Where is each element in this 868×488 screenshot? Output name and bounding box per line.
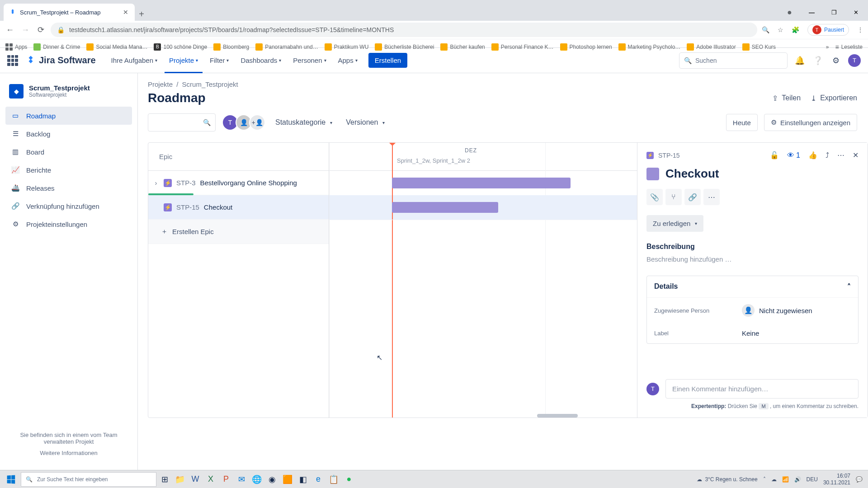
bookmark-item[interactable]: Photoshop lernen — [560, 43, 612, 51]
epic-bar[interactable] — [392, 178, 571, 188]
epic-bar[interactable] — [392, 202, 498, 213]
epic-row-selected[interactable]: ⚡ STP-15 Checkout — [148, 195, 329, 220]
tab-close-icon[interactable]: ✕ — [122, 8, 129, 17]
sidebar-more-info[interactable]: Weitere Informationen — [10, 450, 127, 456]
start-button[interactable] — [2, 470, 20, 488]
more-actions-button[interactable]: ⋯ — [703, 189, 720, 205]
app-icon[interactable]: 🟧 — [280, 472, 295, 487]
share-button[interactable]: ⇪Teilen — [772, 94, 801, 103]
volume-icon[interactable]: 🔊 — [794, 476, 801, 483]
nav-projects[interactable]: Projekte▾ — [165, 48, 203, 73]
bookmark-item[interactable]: Adobe Illustrator — [687, 43, 736, 51]
avatar-add[interactable]: +👤 — [249, 114, 265, 131]
attach-button[interactable]: 📎 — [646, 189, 663, 205]
notification-icon[interactable]: 💬 — [856, 476, 863, 483]
watchers[interactable]: 👁1 — [787, 151, 800, 160]
reading-list[interactable]: ≡Leseliste — [835, 43, 863, 51]
assignee-field[interactable]: Zugewiesene Person 👤Nicht zugewiesen — [647, 298, 858, 323]
powerpoint-icon[interactable]: P — [219, 472, 233, 487]
show-settings-button[interactable]: ⚙Einstellungen anzeigen — [764, 114, 857, 131]
expand-icon[interactable]: › — [153, 179, 159, 187]
bookmark-apps[interactable]: Apps — [5, 43, 27, 51]
window-close[interactable]: ✕ — [846, 5, 866, 19]
scrollbar-thumb[interactable] — [537, 414, 578, 418]
profile-pill[interactable]: T Pausiert — [807, 24, 849, 36]
issue-title[interactable]: Checkout — [665, 167, 719, 181]
help-icon[interactable]: ❔ — [812, 55, 824, 66]
explorer-icon[interactable]: 📁 — [173, 472, 187, 487]
project-header[interactable]: ◆ Scrum_Testprojekt Softwareprojekt — [5, 82, 132, 107]
nav-dashboards[interactable]: Dashboards▾ — [236, 48, 286, 73]
new-tab-button[interactable]: + — [135, 7, 148, 21]
window-maximize[interactable]: ❐ — [824, 5, 844, 19]
child-issue-button[interactable]: ⑂ — [665, 189, 682, 205]
crumb-project[interactable]: Scrum_Testprojekt — [182, 80, 238, 88]
notifications-icon[interactable]: 🔔 — [794, 55, 806, 66]
zoom-icon[interactable]: 🔍 — [762, 26, 769, 33]
tray-chevron-icon[interactable]: ˄ — [763, 476, 766, 483]
bookmark-item[interactable]: Dinner & Crime — [33, 43, 80, 51]
task-view-icon[interactable]: ⊞ — [157, 472, 172, 487]
bookmark-item[interactable]: Personal Finance K… — [491, 43, 554, 51]
nav-apps[interactable]: Apps▾ — [334, 48, 362, 73]
sidebar-item-settings[interactable]: ⚙Projekteinstellungen — [5, 215, 132, 233]
more-icon[interactable]: ⋯ — [837, 151, 844, 160]
clock[interactable]: 16:0730.11.2021 — [823, 473, 850, 486]
global-search[interactable]: 🔍 Suchen — [679, 52, 788, 69]
sidebar-item-releases[interactable]: 🚢Releases — [5, 179, 132, 197]
label-field[interactable]: Label Keine — [647, 323, 858, 343]
create-epic-button[interactable]: ＋ Erstellen Epic — [148, 220, 329, 244]
window-minimize[interactable]: — — [802, 5, 822, 19]
share-icon[interactable]: ⤴ — [826, 151, 829, 160]
sidebar-item-reports[interactable]: 📈Berichte — [5, 161, 132, 179]
link-button[interactable]: 🔗 — [684, 189, 701, 205]
bookmark-item[interactable]: Marketing Psycholo… — [618, 43, 681, 51]
app-icon[interactable]: ◧ — [296, 472, 310, 487]
status-category-dropdown[interactable]: Statuskategorie▾ — [272, 118, 336, 127]
jira-logo[interactable]: Jira Software — [25, 55, 96, 66]
lock-icon[interactable]: 🔓 — [770, 151, 779, 160]
avatar-filter[interactable]: T 👤 +👤 — [222, 114, 265, 131]
mail-icon[interactable]: ✉ — [234, 472, 249, 487]
today-button[interactable]: Heute — [726, 114, 758, 131]
status-dropdown[interactable]: Zu erledigen▾ — [646, 215, 703, 232]
create-button[interactable]: Erstellen — [368, 53, 407, 68]
nav-your-work[interactable]: Ihre Aufgaben▾ — [107, 48, 162, 73]
close-icon[interactable]: ✕ — [853, 151, 859, 160]
epic-row[interactable]: › ⚡ STP-3 Bestellvorgang Online Shopping — [148, 171, 329, 195]
bookmark-item[interactable]: Bücherliste Bücherei — [375, 43, 434, 51]
forward-icon[interactable]: → — [20, 25, 31, 35]
sidebar-item-add-link[interactable]: 🔗Verknüpfung hinzufügen — [5, 197, 132, 215]
user-avatar[interactable]: T — [848, 54, 861, 67]
details-toggle[interactable]: Details˄ — [647, 276, 858, 298]
like-icon[interactable]: 👍 — [808, 151, 817, 160]
reload-icon[interactable]: ⟳ — [35, 25, 46, 35]
settings-icon[interactable]: ⚙ — [830, 55, 842, 66]
bookmark-overflow[interactable]: » — [826, 44, 829, 50]
address-bar[interactable]: 🔒 testdeutsch1.atlassian.net/jira/softwa… — [51, 23, 757, 37]
taskbar-search[interactable]: 🔍Zur Suche Text hier eingeben — [21, 472, 156, 487]
issue-key-link[interactable]: STP-15 — [658, 152, 679, 159]
word-icon[interactable]: W — [188, 472, 203, 487]
bookmark-item[interactable]: Bücher kaufen — [440, 43, 485, 51]
extension-icon[interactable]: 🧩 — [792, 26, 799, 33]
chrome-icon[interactable]: 🌐 — [250, 472, 264, 487]
comment-input[interactable]: Einen Kommentar hinzufügen… — [665, 379, 859, 399]
sidebar-item-roadmap[interactable]: ▭Roadmap — [5, 107, 132, 125]
crumb-projects[interactable]: Projekte — [148, 80, 173, 88]
versions-dropdown[interactable]: Versionen▾ — [342, 118, 388, 127]
edge-icon[interactable]: e — [311, 472, 326, 487]
roadmap-search[interactable]: 🔍 — [148, 113, 216, 131]
wifi-icon[interactable]: 📶 — [782, 476, 789, 483]
onedrive-icon[interactable]: ☁ — [771, 476, 777, 483]
menu-icon[interactable]: ⋮ — [857, 26, 863, 33]
nav-people[interactable]: Personen▾ — [288, 48, 330, 73]
spotify-icon[interactable]: ● — [342, 472, 356, 487]
bookmark-item[interactable]: SEO Kurs — [742, 43, 776, 51]
sidebar-item-board[interactable]: ▥Board — [5, 143, 132, 161]
weather-widget[interactable]: ☁3°C Regen u. Schnee — [697, 476, 757, 483]
browser-tab[interactable]: Scrum_Testprojekt – Roadmap ✕ — [4, 4, 135, 21]
nav-filters[interactable]: Filter▾ — [205, 48, 233, 73]
back-icon[interactable]: ← — [5, 25, 15, 35]
star-icon[interactable]: ☆ — [778, 26, 783, 33]
